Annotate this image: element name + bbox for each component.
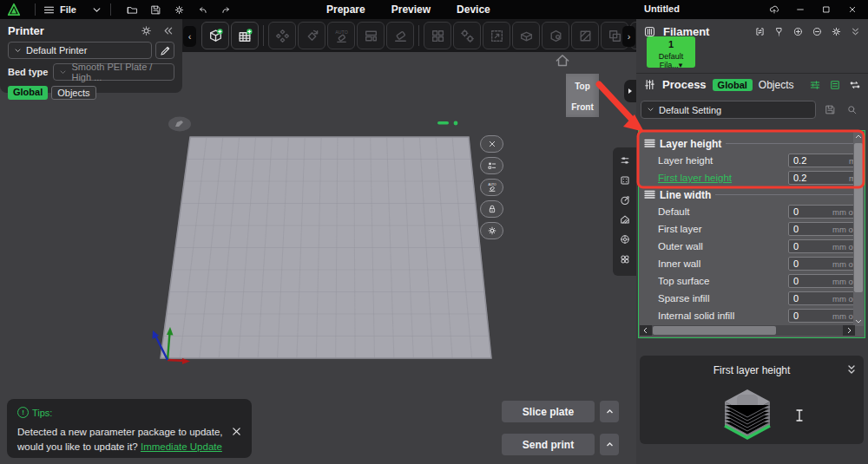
tips-title: Tips: (32, 408, 52, 418)
close-icon[interactable] (847, 4, 858, 15)
collapse-panel-icon[interactable] (161, 24, 174, 37)
param-label: Default (658, 206, 788, 217)
param-input[interactable] (789, 206, 837, 218)
category-strength-dots-icon[interactable] (619, 174, 631, 190)
save-icon[interactable] (825, 104, 836, 115)
vertical-scroll-thumb[interactable] (854, 143, 863, 292)
support-box-button[interactable] (512, 22, 540, 49)
printer-settings-gear-icon[interactable] (140, 24, 153, 37)
rotate-button[interactable] (298, 22, 326, 49)
lock-button[interactable] (480, 200, 503, 218)
scroll-right-icon[interactable] (843, 325, 855, 336)
category-others-wheel-icon[interactable] (619, 233, 631, 249)
vertical-scrollbar[interactable] (853, 132, 864, 326)
slice-plate-button[interactable]: Slice plate (502, 401, 595, 422)
swap-flow-icon[interactable] (849, 79, 861, 91)
send-print-button[interactable]: Send print (502, 434, 595, 455)
category-quality-sliders-icon[interactable] (619, 154, 631, 170)
objects-list-button[interactable] (480, 157, 503, 174)
double-chevron-down-icon[interactable] (847, 364, 856, 375)
auto-stamp-button[interactable]: AUTO (480, 179, 503, 196)
doc-list-icon[interactable] (829, 79, 841, 91)
maximize-icon[interactable] (821, 4, 832, 15)
file-menu[interactable]: File (43, 3, 76, 16)
cloud-upload-icon[interactable] (769, 4, 779, 15)
process-preset-select[interactable]: Default Setting (641, 101, 816, 119)
redo-icon[interactable] (220, 4, 232, 16)
horizontal-scroll-thumb[interactable] (653, 326, 776, 335)
process-tab-objects[interactable]: Objects (759, 79, 794, 91)
edit-printer-button[interactable] (155, 42, 174, 59)
category-support-house-icon[interactable] (619, 213, 631, 229)
immediate-update-link[interactable]: Immediate Update (141, 441, 222, 452)
param-input-wrap: mm or (788, 205, 859, 219)
split-button[interactable] (357, 22, 385, 49)
assembly-button[interactable] (424, 22, 451, 49)
parameter-tooltip-card: First layer height (640, 356, 864, 444)
orientation-viewcube[interactable]: Top Front (566, 74, 599, 117)
arrange-button[interactable] (268, 22, 296, 49)
save-icon[interactable] (150, 4, 161, 16)
param-input[interactable] (789, 154, 837, 167)
filament-slot-1[interactable]: 1 Default Fila...▾ (647, 36, 695, 68)
lay-flat-button[interactable] (386, 22, 414, 49)
viewcube-top-face[interactable]: Top (566, 74, 599, 91)
tab-prepare[interactable]: Prepare (326, 3, 365, 16)
param-input[interactable] (789, 258, 837, 270)
param-input[interactable] (789, 292, 837, 304)
section-title: Line width (660, 189, 711, 201)
sync-mapping-icon[interactable] (754, 26, 766, 37)
printer-select[interactable]: Default Printer (8, 42, 152, 59)
category-speed-gauge-icon[interactable] (619, 194, 631, 210)
double-chevron-down-icon[interactable] (850, 26, 861, 37)
scroll-left-icon[interactable] (640, 325, 652, 336)
horizontal-scrollbar[interactable] (640, 325, 855, 336)
param-input[interactable] (789, 275, 837, 287)
filter-sliders-icon[interactable] (809, 79, 821, 91)
slice-options-button[interactable] (600, 401, 619, 422)
gear-icon[interactable] (831, 26, 842, 37)
toolbar-expand-right[interactable]: › (622, 26, 635, 47)
folder-open-icon[interactable] (127, 4, 138, 16)
printer-tab-global[interactable]: Global (8, 86, 48, 100)
add-model-button[interactable] (201, 22, 229, 49)
app-logo-icon (7, 3, 21, 16)
minus-circle-icon[interactable] (812, 26, 823, 37)
process-tab-global[interactable]: Global (713, 79, 753, 91)
param-input[interactable] (789, 172, 837, 184)
rotate-icon (304, 28, 320, 44)
param-input[interactable] (789, 240, 837, 252)
auto-orient-button[interactable]: AUTO (327, 22, 355, 49)
tab-preview[interactable]: Preview (391, 3, 431, 16)
search-icon[interactable] (846, 104, 858, 115)
scale-button[interactable] (483, 22, 510, 49)
param-input[interactable] (789, 223, 837, 235)
tab-device[interactable]: Device (457, 3, 490, 16)
gear-icon[interactable] (174, 4, 185, 16)
right-panel-collapse-handle[interactable] (624, 80, 636, 102)
bed-type-select[interactable]: Smooth PEI Plate / High ... (53, 63, 174, 81)
chevron-down-icon[interactable] (90, 3, 103, 16)
plus-circle-icon[interactable] (792, 26, 804, 37)
toast-close-icon[interactable] (232, 427, 241, 436)
speed-gauge-icon (619, 194, 631, 206)
hatch-button[interactable] (571, 22, 599, 49)
add-plate-button[interactable] (231, 22, 259, 49)
undo-icon[interactable] (197, 4, 208, 16)
send-options-button[interactable] (600, 434, 619, 455)
viewcube-front-face[interactable]: Front (566, 91, 599, 112)
support-box-icon (518, 28, 535, 44)
variable-gears-button[interactable] (453, 22, 481, 49)
home-view-icon[interactable] (554, 52, 571, 69)
printer-tab-objects[interactable]: Objects (51, 86, 95, 100)
minimize-icon[interactable] (795, 4, 806, 15)
nozzle-icon[interactable] (773, 26, 785, 37)
toolbar-collapse-left[interactable]: ‹ (183, 26, 196, 47)
category-advanced-clover-icon[interactable] (619, 253, 631, 269)
scroll-up-icon[interactable] (853, 132, 864, 142)
close-button[interactable] (480, 135, 503, 153)
param-label: Outer wall (658, 241, 788, 252)
primitive-button[interactable] (542, 22, 569, 49)
gear-button[interactable] (480, 222, 503, 239)
param-input[interactable] (789, 310, 837, 322)
